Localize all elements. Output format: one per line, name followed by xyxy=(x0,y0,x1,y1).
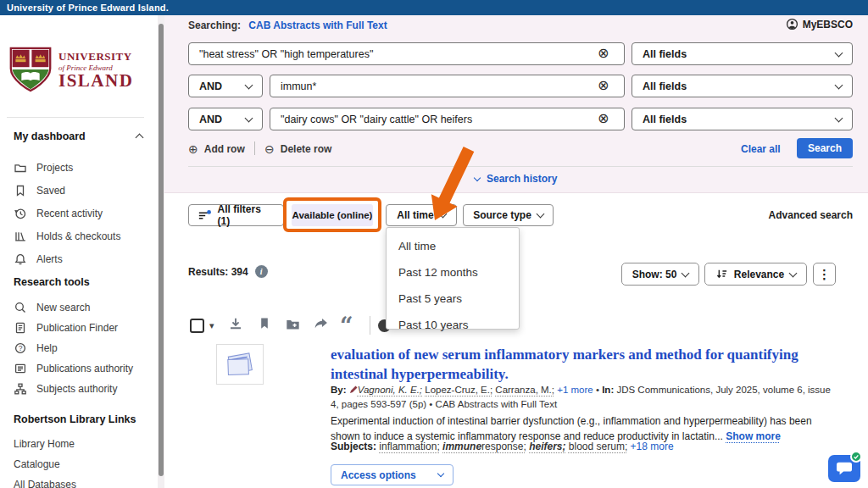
sidebar-scrollbar[interactable] xyxy=(158,15,164,488)
select-all-checkbox[interactable] xyxy=(190,319,204,333)
more-subjects-link[interactable]: +18 more xyxy=(631,441,674,452)
sidebar-item-all-databases[interactable]: All Databases xyxy=(14,474,151,488)
operator-select-3[interactable]: AND xyxy=(188,108,263,130)
all-filters-button[interactable]: All filters (1) xyxy=(188,204,284,226)
library-links-list: Library Home Catalogue All Databases xyxy=(14,434,151,488)
chevron-down-icon xyxy=(682,269,690,277)
clear-icon[interactable]: ⊗ xyxy=(598,47,609,60)
publications-authority-icon xyxy=(14,362,27,375)
upei-logo[interactable]: UNIVERSITY of Prince Edward ISLAND xyxy=(8,46,133,93)
add-row-icon: ⊕ xyxy=(188,142,198,156)
menu-option-past-10-years[interactable]: Past 10 years xyxy=(387,312,519,338)
sidebar-item-catalogue[interactable]: Catalogue xyxy=(14,454,151,474)
sidebar-item-publications-authority[interactable]: Publications authority xyxy=(14,358,151,379)
subject-link[interactable]: heifers; xyxy=(529,441,565,452)
my-dashboard-label: My dashboard xyxy=(14,130,86,142)
results-count-label: Results: 394 xyxy=(188,266,248,278)
menu-option-all-time[interactable]: All time xyxy=(387,233,519,259)
result-thumbnail[interactable] xyxy=(216,344,264,385)
wordmark-line3: ISLAND xyxy=(58,72,133,89)
subject-link[interactable]: blood serum; xyxy=(569,441,627,452)
sidebar-item-alerts[interactable]: Alerts xyxy=(14,247,151,270)
chevron-down-icon xyxy=(835,114,843,122)
available-online-button[interactable]: Available (online) xyxy=(292,204,373,226)
delete-row-button[interactable]: ⊖ Delete row xyxy=(264,142,331,156)
operator-select-2[interactable]: AND xyxy=(188,75,263,97)
new-search-icon xyxy=(14,301,27,314)
author-link[interactable]: Vagnoni, K. E.; xyxy=(358,385,422,395)
search-input-1[interactable] xyxy=(188,42,625,65)
delete-row-icon: ⊖ xyxy=(264,142,275,156)
share-icon[interactable] xyxy=(313,316,329,331)
sidebar: UNIVERSITY of Prince Edward ISLAND My da… xyxy=(0,15,158,488)
sidebar-item-label: Holds & checkouts xyxy=(36,230,120,242)
chevron-down-icon xyxy=(438,210,447,219)
info-icon[interactable]: i xyxy=(255,265,268,278)
chevron-down-icon xyxy=(835,80,843,89)
download-icon[interactable] xyxy=(227,316,244,333)
sidebar-header-my-dashboard[interactable]: My dashboard xyxy=(14,130,142,142)
search-input-3[interactable] xyxy=(270,108,625,130)
filter-icon xyxy=(198,209,212,222)
research-tools-label: Research tools xyxy=(14,276,90,288)
search-button[interactable]: Search xyxy=(797,138,853,158)
scrollbar-thumb[interactable] xyxy=(159,24,164,476)
access-options-button[interactable]: Access options xyxy=(331,464,453,485)
sidebar-item-label: Projects xyxy=(36,162,73,174)
sidebar-item-projects[interactable]: Projects xyxy=(14,156,151,179)
chat-widget-button[interactable] xyxy=(828,455,860,482)
menu-option-past-12-months[interactable]: Past 12 months xyxy=(387,259,519,286)
sidebar-item-publication-finder[interactable]: Publication Finder xyxy=(14,318,151,338)
chevron-down-icon xyxy=(245,80,253,89)
sidebar-item-new-search[interactable]: New search xyxy=(14,297,151,318)
all-time-filter-button[interactable]: All time xyxy=(386,204,457,226)
field-select-3[interactable]: All fields xyxy=(632,108,853,130)
result-title[interactable]: evaluation of new serum inflammatory mar… xyxy=(331,345,810,384)
clear-icon[interactable]: ⊗ xyxy=(598,112,609,125)
sidebar-item-label: Publications authority xyxy=(36,363,133,374)
bookmark-icon[interactable] xyxy=(257,316,272,331)
myebsco-button[interactable]: MyEBSCO xyxy=(780,18,853,30)
subject-link[interactable]: inflammation; xyxy=(379,441,439,452)
advanced-search-link[interactable]: Advanced search xyxy=(754,209,853,221)
search-history-toggle[interactable]: Search history xyxy=(475,173,557,185)
separator-bullet: • xyxy=(596,385,599,395)
help-icon: ? xyxy=(14,341,27,355)
sidebar-item-subjects-authority[interactable]: Subjects authority xyxy=(14,379,151,399)
panel-divider xyxy=(188,166,853,167)
field-select-1[interactable]: All fields xyxy=(632,42,853,65)
clear-icon[interactable]: ⊗ xyxy=(598,79,609,92)
search-input-2[interactable] xyxy=(270,75,625,97)
access-options-label: Access options xyxy=(341,469,416,481)
subjects-label: Subjects: xyxy=(331,441,376,452)
database-link[interactable]: CAB Abstracts with Full Text xyxy=(248,19,387,31)
checkbox-caret-icon[interactable]: ▾ xyxy=(209,320,214,331)
subject-link[interactable]: response; xyxy=(481,441,526,452)
sidebar-item-saved[interactable]: Saved xyxy=(14,179,151,202)
sidebar-item-holds-checkouts[interactable]: Holds & checkouts xyxy=(14,225,151,247)
show-per-page-button[interactable]: Show: 50 xyxy=(621,263,699,286)
menu-option-past-5-years[interactable]: Past 5 years xyxy=(387,286,519,312)
sidebar-item-label: Recent activity xyxy=(36,208,103,219)
author-link[interactable]: Lopez-Cruz, E.; xyxy=(425,385,492,395)
more-options-button[interactable]: ⋮ xyxy=(813,263,836,286)
more-authors-link[interactable]: +1 more xyxy=(557,385,593,395)
subject-link[interactable]: immune xyxy=(442,441,481,452)
sort-button[interactable]: Relevance xyxy=(704,263,807,286)
clear-all-link[interactable]: Clear all xyxy=(741,143,781,155)
author-link[interactable]: Carranza, M.; xyxy=(495,385,554,395)
chevron-down-icon xyxy=(474,174,481,180)
sidebar-item-library-home[interactable]: Library Home xyxy=(14,434,151,454)
source-type-label: Source type xyxy=(473,209,531,221)
library-links-label: Robertson Library Links xyxy=(14,413,136,425)
sidebar-item-help[interactable]: ? Help xyxy=(14,338,151,358)
add-row-button[interactable]: ⊕ Add row xyxy=(188,142,245,156)
quote-icon[interactable]: “ xyxy=(340,320,353,333)
document-thumbnail-icon xyxy=(223,349,257,380)
institution-title: University of Prince Edward Island. xyxy=(7,3,169,13)
field-select-2[interactable]: All fields xyxy=(632,75,853,97)
sidebar-item-recent-activity[interactable]: Recent activity xyxy=(14,202,151,225)
saved-icon xyxy=(14,184,27,197)
source-type-filter-button[interactable]: Source type xyxy=(463,204,554,226)
add-to-folder-icon[interactable] xyxy=(285,317,301,331)
